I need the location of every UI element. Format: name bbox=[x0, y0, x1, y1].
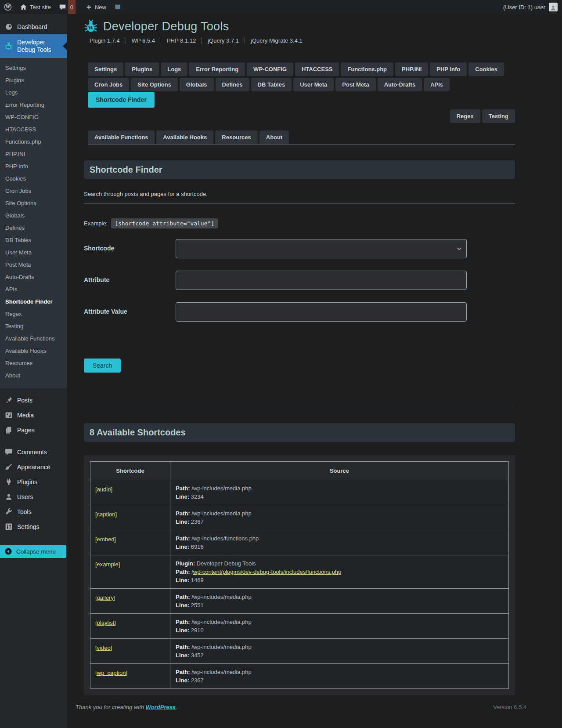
table-row: [example] Plugin: Developer Debug Tools … bbox=[90, 555, 509, 589]
attribute-input[interactable] bbox=[176, 271, 467, 290]
sidebar-item-post-meta[interactable]: Post Meta bbox=[0, 258, 67, 271]
subtab-about[interactable]: About bbox=[259, 130, 289, 144]
sidebar-item-available-functions[interactable]: Available Functions bbox=[0, 332, 67, 344]
sidebar-item-developer-debug-tools[interactable]: Developer Debug Tools bbox=[0, 34, 67, 58]
sidebar-item-error-reporting[interactable]: Error Reporting bbox=[0, 98, 67, 111]
sidebar-item-globals[interactable]: Globals bbox=[0, 209, 67, 221]
collapse-menu-button[interactable]: Collapse menu bbox=[0, 545, 66, 558]
sidebar-item-defines[interactable]: Defines bbox=[0, 221, 67, 234]
comment-count-badge[interactable]: 0 bbox=[68, 0, 76, 14]
sidebar-item-cron-jobs[interactable]: Cron Jobs bbox=[0, 185, 67, 197]
subtab-available-hooks[interactable]: Available Hooks bbox=[156, 130, 213, 144]
comment-icon bbox=[4, 448, 13, 456]
subtab-row: Available FunctionsAvailable HooksResour… bbox=[88, 130, 515, 145]
user-account-link[interactable]: (User ID: 1) user bbox=[503, 4, 545, 11]
sidebar-item-dashboard[interactable]: Dashboard bbox=[0, 19, 67, 34]
sidebar-item-shortcode-finder[interactable]: Shortcode Finder bbox=[0, 295, 67, 308]
sidebar-item-settings[interactable]: Settings bbox=[0, 519, 67, 534]
footer-thanks: Thank you for creating with WordPress. bbox=[76, 704, 177, 710]
shortcode-link[interactable]: [audio] bbox=[95, 486, 112, 493]
wordpress-logo-icon[interactable] bbox=[0, 0, 16, 14]
sidebar-item-site-options[interactable]: Site Options bbox=[0, 197, 67, 209]
tab-shortcode-finder[interactable]: Shortcode Finder bbox=[88, 92, 155, 108]
sidebar-item-cookies[interactable]: Cookies bbox=[0, 172, 67, 185]
tab-plugins[interactable]: Plugins bbox=[125, 62, 159, 76]
sidebar-item-settings[interactable]: Settings bbox=[0, 62, 67, 74]
tab-cron-jobs[interactable]: Cron Jobs bbox=[88, 78, 129, 91]
sidebar-item-resources[interactable]: Resources bbox=[0, 357, 67, 369]
shortcode-link[interactable]: [example] bbox=[95, 561, 120, 568]
path-link[interactable]: wp-content/plugins/dev-debug-tools/inclu… bbox=[193, 569, 342, 575]
sidebar-item-appearance[interactable]: Appearance bbox=[0, 460, 67, 474]
tab-functions-php[interactable]: Functions.php bbox=[341, 62, 393, 76]
tab-auto-drafts[interactable]: Auto-Drafts bbox=[378, 78, 422, 91]
sidebar-item-posts[interactable]: Posts bbox=[0, 393, 67, 408]
sidebar-item-about[interactable]: About bbox=[0, 369, 67, 381]
tab-php-ini[interactable]: PHP.INI bbox=[395, 62, 428, 76]
sidebar-item-regex[interactable]: Regex bbox=[0, 308, 67, 320]
table-row: [video] Path: /wp-includes/media.php Lin… bbox=[90, 639, 509, 664]
sidebar-item-user-meta[interactable]: User Meta bbox=[0, 246, 67, 258]
bug-icon bbox=[4, 42, 13, 51]
shortcode-link[interactable]: [wp_caption] bbox=[95, 670, 127, 676]
tab-site-options[interactable]: Site Options bbox=[131, 78, 178, 91]
divider bbox=[84, 407, 515, 407]
sidebar-item-media[interactable]: Media bbox=[0, 408, 67, 423]
tab-user-meta[interactable]: User Meta bbox=[293, 78, 334, 91]
sidebar-item-comments[interactable]: Comments bbox=[0, 445, 67, 460]
book-icon[interactable] bbox=[110, 0, 125, 14]
version-meta-item: jQuery Migrate 3.4.1 bbox=[245, 37, 308, 44]
tab-db-tables[interactable]: DB Tables bbox=[251, 78, 292, 91]
subtab-resources[interactable]: Resources bbox=[215, 130, 257, 144]
wordpress-link[interactable]: WordPress bbox=[146, 704, 176, 710]
table-row: [gallery] Path: /wp-includes/media.php L… bbox=[90, 589, 509, 614]
sidebar-item-db-tables[interactable]: DB Tables bbox=[0, 234, 67, 246]
tab-cookies[interactable]: Cookies bbox=[468, 62, 504, 76]
tab-settings[interactable]: Settings bbox=[88, 62, 123, 76]
pin-icon bbox=[4, 396, 13, 405]
tab-defines[interactable]: Defines bbox=[216, 78, 249, 91]
comments-link[interactable] bbox=[55, 0, 68, 14]
wrench-icon bbox=[4, 507, 13, 516]
user-icon bbox=[4, 493, 13, 501]
shortcode-select[interactable] bbox=[176, 239, 467, 258]
sidebar-item-php-ini[interactable]: PHP.INI bbox=[0, 148, 67, 160]
tab-htaccess[interactable]: HTACCESS bbox=[295, 62, 339, 76]
tab-error-reporting[interactable]: Error Reporting bbox=[189, 62, 245, 76]
sidebar-item-htaccess[interactable]: HTACCESS bbox=[0, 123, 67, 135]
shortcode-link[interactable]: [embed] bbox=[95, 536, 116, 543]
shortcode-finder-panel-header: Shortcode Finder bbox=[84, 160, 515, 179]
tab-logs[interactable]: Logs bbox=[161, 62, 187, 76]
tab-globals[interactable]: Globals bbox=[180, 78, 214, 91]
site-name-link[interactable]: Test site bbox=[16, 0, 55, 14]
site-name-label: Test site bbox=[30, 4, 51, 11]
sidebar-item-wp-config[interactable]: WP-CONFIG bbox=[0, 111, 67, 123]
tab-php-info[interactable]: PHP Info bbox=[430, 62, 467, 76]
sidebar-item-tools[interactable]: Tools bbox=[0, 504, 67, 519]
sidebar-item-plugins[interactable]: Plugins bbox=[0, 474, 67, 489]
shortcode-link[interactable]: [caption] bbox=[95, 511, 117, 518]
shortcode-link[interactable]: [playlist] bbox=[95, 619, 116, 626]
tab-testing[interactable]: Testing bbox=[482, 109, 515, 123]
sidebar-item-pages[interactable]: Pages bbox=[0, 423, 67, 438]
search-button[interactable]: Search bbox=[84, 359, 121, 373]
tab-wp-config[interactable]: WP-CONFIG bbox=[247, 62, 293, 76]
subtab-available-functions[interactable]: Available Functions bbox=[88, 130, 155, 144]
sidebar-item-available-hooks[interactable]: Available Hooks bbox=[0, 344, 67, 357]
tab-regex[interactable]: Regex bbox=[450, 109, 480, 123]
attribute-value-input[interactable] bbox=[176, 302, 467, 322]
shortcode-link[interactable]: [gallery] bbox=[95, 594, 115, 601]
tab-apis[interactable]: APIs bbox=[424, 78, 450, 91]
tab-post-meta[interactable]: Post Meta bbox=[335, 78, 375, 91]
sidebar-item-testing[interactable]: Testing bbox=[0, 320, 67, 332]
sidebar-item-apis[interactable]: APIs bbox=[0, 283, 67, 295]
new-content-button[interactable]: New bbox=[82, 0, 110, 14]
column-header-shortcode: Shortcode bbox=[90, 462, 170, 480]
sidebar-item-functions-php[interactable]: Functions.php bbox=[0, 135, 67, 148]
sidebar-item-plugins[interactable]: Plugins bbox=[0, 74, 67, 86]
sidebar-item-users[interactable]: Users bbox=[0, 489, 67, 504]
sidebar-item-php-info[interactable]: PHP Info bbox=[0, 160, 67, 172]
sidebar-item-auto-drafts[interactable]: Auto-Drafts bbox=[0, 271, 67, 283]
shortcode-link[interactable]: [video] bbox=[95, 645, 112, 651]
sidebar-item-logs[interactable]: Logs bbox=[0, 86, 67, 98]
